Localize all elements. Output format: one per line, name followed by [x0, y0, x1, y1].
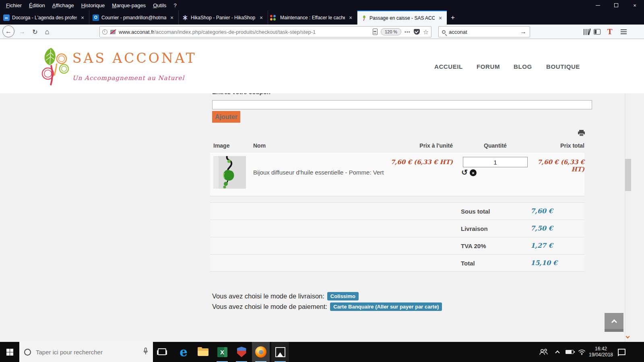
- pocket-icon[interactable]: [414, 29, 420, 35]
- coupon-add-button[interactable]: Ajouter: [212, 111, 240, 123]
- tab-close-icon[interactable]: ×: [258, 14, 264, 21]
- task-view-icon[interactable]: [158, 348, 166, 355]
- reader-mode-icon[interactable]: [373, 29, 378, 35]
- menu-marque-pages[interactable]: Marque-pages: [108, 1, 149, 10]
- product-image[interactable]: [213, 156, 246, 189]
- page-actions-icon[interactable]: •••: [405, 29, 411, 34]
- nav-blog[interactable]: BLOG: [514, 63, 532, 70]
- library-button[interactable]: [578, 26, 590, 38]
- maximize-button[interactable]: [607, 0, 625, 10]
- cortana-icon: [24, 349, 31, 356]
- library-icon: [584, 29, 585, 35]
- new-tab-button[interactable]: +: [447, 10, 459, 25]
- scrollbar-thumb[interactable]: [625, 159, 631, 191]
- search-go-icon[interactable]: →: [520, 28, 526, 35]
- url-text: www.acconat.fr/accoman/index.php/categor…: [119, 29, 373, 35]
- col-header-prix-unite: Prix à l'unité: [372, 142, 453, 149]
- taskbar-excel[interactable]: X: [213, 342, 231, 362]
- taskbar-search[interactable]: [19, 342, 153, 362]
- menu-historique[interactable]: Historique: [78, 1, 109, 10]
- refresh-quantity-icon[interactable]: ↻: [461, 168, 468, 177]
- taskbar-clock[interactable]: 16:4219/04/2018: [588, 342, 614, 362]
- app-icon: [237, 347, 246, 357]
- chevron-up-icon: [555, 350, 559, 355]
- tab-close-icon[interactable]: ×: [437, 15, 444, 21]
- microphone-icon[interactable]: [143, 348, 148, 357]
- total-label: TVA 20%: [461, 243, 486, 249]
- browser-tabbar: ∞ Docorga - L'agenda des profess × O Cou…: [0, 10, 644, 25]
- sidebar-button[interactable]: [591, 26, 603, 38]
- menu-affichage[interactable]: Affichage: [49, 1, 78, 10]
- taskbar-search-input[interactable]: [36, 349, 143, 356]
- tab-passage-en-caisse-active[interactable]: Passage en caisse - SAS ACCO ×: [357, 10, 447, 25]
- menu-fichier[interactable]: Fichier: [2, 1, 25, 10]
- nav-boutique[interactable]: BOUTIQUE: [546, 63, 580, 70]
- page-viewport: Entrez votre coupon SA: [0, 39, 644, 342]
- main-menu-button[interactable]: [617, 26, 630, 38]
- reload-button[interactable]: ↻: [29, 26, 41, 38]
- bookmark-star-icon[interactable]: ☆: [423, 28, 429, 36]
- minimize-button[interactable]: [588, 0, 607, 10]
- total-value: 15,10 €: [530, 259, 557, 267]
- battery-tray-icon[interactable]: [564, 342, 576, 362]
- total-row-tva: TVA 20% 1,27 €: [210, 237, 584, 254]
- menu-outils[interactable]: Outils: [149, 1, 170, 10]
- tab-close-icon[interactable]: ×: [169, 14, 175, 21]
- tab-hikashop-panier[interactable]: HikaShop - Panier - HikaShop ×: [179, 10, 268, 25]
- tab-maintenance[interactable]: Maintenance : Effacer le cache ×: [268, 10, 357, 25]
- start-button[interactable]: [0, 342, 19, 362]
- nav-forum[interactable]: FORUM: [477, 63, 500, 70]
- tab-title: Docorga - L'agenda des profess: [12, 15, 77, 21]
- taskbar-photos[interactable]: [271, 342, 289, 362]
- total-label: Sous total: [461, 208, 490, 215]
- tab-close-icon[interactable]: ×: [347, 14, 354, 21]
- wifi-tray-icon[interactable]: [576, 342, 588, 362]
- menu-aide[interactable]: ?: [170, 1, 180, 10]
- people-tray-icon[interactable]: [537, 342, 549, 362]
- taskbar-edge[interactable]: e: [175, 342, 192, 362]
- plugin-blocked-icon[interactable]: [110, 30, 116, 34]
- zoom-level-indicator[interactable]: 120 %: [381, 28, 401, 35]
- home-button[interactable]: ⌂: [41, 26, 53, 38]
- back-button[interactable]: ←: [2, 25, 14, 37]
- forward-button[interactable]: →: [16, 26, 28, 38]
- tab-close-icon[interactable]: ×: [79, 14, 86, 21]
- tab-title: Maintenance : Effacer le cache: [280, 15, 345, 21]
- taskbar-explorer[interactable]: [194, 342, 212, 362]
- extension-t-button[interactable]: T: [604, 26, 616, 38]
- site-logo[interactable]: [39, 47, 72, 88]
- hidden-icons-chevron[interactable]: [552, 342, 563, 362]
- windows-taskbar: e X 16:4219/04/2018: [0, 342, 644, 362]
- browser-menubar: Fichier Édition Affichage Historique Mar…: [0, 0, 644, 10]
- remove-item-icon[interactable]: ×: [470, 169, 477, 176]
- menu-edition[interactable]: Édition: [25, 1, 49, 10]
- back-to-top-button[interactable]: [605, 313, 623, 332]
- total-label: Total: [461, 260, 475, 267]
- outlook-favicon-icon: O: [93, 14, 99, 21]
- url-bar[interactable]: www.acconat.fr/accoman/index.php/categor…: [99, 26, 431, 37]
- tab-title: Courrier - pmandrillon@hotma: [101, 15, 166, 21]
- extension-t-icon: T: [607, 27, 613, 36]
- browser-search-bar[interactable]: →: [438, 26, 530, 37]
- close-window-button[interactable]: ×: [625, 0, 644, 10]
- tab-title: Passage en caisse - SAS ACCO: [369, 15, 435, 21]
- firefox-icon: [255, 346, 266, 358]
- print-icon[interactable]: [578, 130, 585, 138]
- clock-time: 16:42: [589, 346, 613, 352]
- shipping-mode-badge[interactable]: Colissimo: [327, 292, 359, 300]
- total-row-livraison: Livraison 7,50 €: [210, 220, 584, 237]
- quantity-input[interactable]: [463, 157, 528, 167]
- coupon-input[interactable]: [212, 100, 592, 109]
- taskbar-firefox-active[interactable]: [252, 342, 270, 362]
- taskbar-app[interactable]: [233, 342, 250, 362]
- payment-mode-badge[interactable]: Carte Banquaire (Aller sur payer par car…: [330, 302, 442, 311]
- tab-courrier[interactable]: O Courrier - pmandrillon@hotma ×: [89, 10, 179, 25]
- product-unit-price: 7,60 € (6,33 € HT): [372, 158, 453, 166]
- nav-accueil[interactable]: ACCUEIL: [434, 63, 463, 70]
- browser-search-input[interactable]: [449, 29, 520, 35]
- action-center-button[interactable]: [615, 342, 628, 362]
- site-info-icon[interactable]: [102, 29, 107, 35]
- maximize-icon: [614, 3, 618, 7]
- site-tagline: Un Accompagnement au Naturel: [72, 74, 184, 82]
- tab-docorga[interactable]: ∞ Docorga - L'agenda des profess ×: [0, 10, 89, 25]
